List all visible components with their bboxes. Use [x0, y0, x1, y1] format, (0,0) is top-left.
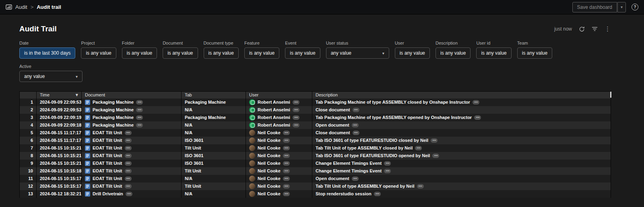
user-name[interactable]: Neil Cooke — [258, 130, 281, 135]
ellipsis-button[interactable]: ⋯ — [283, 146, 290, 150]
document-name[interactable]: Packaging Machine — [93, 107, 134, 112]
header-time[interactable]: Time ▼ — [37, 92, 82, 98]
document-name[interactable]: EOAT Tilt Unit — [93, 146, 122, 150]
document-name[interactable]: EOAT Tilt Unit — [93, 176, 122, 181]
ellipsis-button[interactable]: ⋯ — [125, 138, 132, 143]
user-name[interactable]: Neil Cooke — [258, 184, 281, 189]
ellipsis-button[interactable]: ⋯ — [293, 100, 299, 105]
document-name[interactable]: Packaging Machine — [93, 123, 134, 127]
ellipsis-button[interactable]: ⋯ — [283, 154, 290, 158]
ellipsis-button[interactable]: ⋯ — [283, 169, 290, 173]
table-row[interactable]: 3 2024-09-09 22:09:19 Packaging Machine … — [20, 114, 611, 121]
ellipsis-button[interactable]: ⋯ — [293, 108, 299, 112]
document-name[interactable]: EOAT Tilt Unit — [93, 130, 122, 135]
user-name[interactable]: Neil Cooke — [258, 161, 281, 166]
filter-feature[interactable]: is any value — [244, 47, 279, 59]
ellipsis-button[interactable]: ⋯ — [352, 176, 359, 181]
filter-date[interactable]: is in the last 300 days — [19, 47, 75, 59]
ellipsis-button[interactable]: ⋯ — [293, 123, 299, 127]
filter-user-id[interactable]: is any value — [476, 47, 511, 59]
filter-toggle-icon[interactable] — [592, 26, 598, 32]
user-name[interactable]: Neil Cooke — [258, 191, 281, 196]
help-icon[interactable]: ? — [632, 4, 638, 10]
table-row[interactable]: 2 2024-09-09 22:09:53 Packaging Machine … — [20, 106, 611, 114]
ellipsis-button[interactable]: ⋯ — [283, 161, 290, 166]
ellipsis-button[interactable]: ⋯ — [125, 176, 132, 181]
table-row[interactable]: 13 2024-08-12 18:32:21 Drill Drivetrain … — [20, 190, 611, 198]
ellipsis-button[interactable]: ⋯ — [431, 138, 438, 143]
ellipsis-button[interactable]: ⋯ — [283, 184, 290, 189]
ellipsis-button[interactable]: ⋯ — [125, 169, 132, 173]
table-row[interactable]: 11 2024-08-15 10:15:17 EOAT Tilt Unit ⋯ … — [20, 175, 611, 182]
refresh-icon[interactable] — [579, 26, 585, 32]
user-name[interactable]: Neil Cooke — [258, 138, 281, 143]
user-name[interactable]: Neil Cooke — [258, 146, 281, 150]
document-name[interactable]: Packaging Machine — [93, 115, 134, 120]
filter-document[interactable]: is any value — [163, 47, 198, 59]
ellipsis-button[interactable]: ⋯ — [136, 115, 143, 120]
ellipsis-button[interactable]: ⋯ — [353, 108, 359, 112]
user-name[interactable]: Neil Cooke — [258, 176, 281, 181]
ellipsis-button[interactable]: ⋯ — [473, 100, 479, 105]
vertical-scrollbar[interactable] — [610, 92, 611, 98]
ellipsis-button[interactable]: ⋯ — [374, 192, 381, 196]
filter-event[interactable]: is any value — [285, 47, 320, 59]
filter-user-status[interactable]: any value ▾ — [326, 47, 389, 59]
ellipsis-button[interactable]: ⋯ — [384, 169, 391, 173]
table-row[interactable]: 8 2024-08-15 10:15:21 EOAT Tilt Unit ⋯ I… — [20, 152, 611, 160]
filter-team[interactable]: is any value — [517, 47, 552, 59]
document-name[interactable]: EOAT Tilt Unit — [93, 168, 122, 173]
ellipsis-button[interactable]: ⋯ — [136, 100, 143, 105]
table-row[interactable]: 6 2024-08-15 11:17:17 EOAT Tilt Unit ⋯ I… — [20, 137, 611, 144]
document-name[interactable]: Drill Drivetrain — [93, 191, 123, 196]
user-name[interactable]: Neil Cooke — [258, 153, 281, 158]
header-tab[interactable]: Tab — [182, 92, 246, 98]
ellipsis-button[interactable]: ⋯ — [125, 146, 132, 150]
user-name[interactable]: Neil Cooke — [258, 168, 281, 173]
document-name[interactable]: EOAT Tilt Unit — [93, 184, 122, 189]
document-name[interactable]: EOAT Tilt Unit — [93, 153, 122, 158]
table-row[interactable]: 4 2024-09-09 22:09:18 Packaging Machine … — [20, 121, 611, 129]
filter-document-type[interactable]: is any value — [204, 47, 239, 59]
ellipsis-button[interactable]: ⋯ — [353, 131, 359, 135]
user-name[interactable]: Robert Anselmi — [258, 100, 290, 105]
user-name[interactable]: Robert Anselmi — [258, 123, 290, 127]
document-name[interactable]: EOAT Tilt Unit — [93, 161, 122, 166]
table-row[interactable]: 10 2024-08-15 10:15:18 EOAT Tilt Unit ⋯ … — [20, 167, 611, 175]
user-name[interactable]: Robert Anselmi — [258, 107, 290, 112]
ellipsis-button[interactable]: ⋯ — [283, 131, 290, 135]
ellipsis-button[interactable]: ⋯ — [283, 176, 290, 181]
ellipsis-button[interactable]: ⋯ — [283, 138, 290, 143]
ellipsis-button[interactable]: ⋯ — [432, 154, 439, 158]
document-name[interactable]: EOAT Tilt Unit — [93, 138, 122, 143]
ellipsis-button[interactable]: ⋯ — [293, 115, 299, 120]
ellipsis-button[interactable]: ⋯ — [125, 184, 132, 189]
ellipsis-button[interactable]: ⋯ — [283, 192, 290, 196]
breadcrumb-audit[interactable]: Audit — [15, 4, 27, 10]
table-row[interactable]: 9 2024-08-15 10:15:21 EOAT Tilt Unit ⋯ I… — [20, 160, 611, 167]
filter-active[interactable]: any value ▾ — [19, 71, 83, 82]
ellipsis-button[interactable]: ⋯ — [136, 108, 143, 112]
table-row[interactable]: 7 2024-08-15 10:15:21 EOAT Tilt Unit ⋯ T… — [20, 144, 611, 152]
ellipsis-button[interactable]: ⋯ — [474, 115, 481, 120]
table-row[interactable]: 1 2024-09-09 22:09:53 Packaging Machine … — [20, 98, 611, 106]
kebab-menu-icon[interactable]: ⋮ — [605, 25, 611, 33]
save-dashboard-caret-button[interactable]: ▾ — [617, 2, 626, 12]
header-description[interactable]: Description — [312, 92, 611, 98]
ellipsis-button[interactable]: ⋯ — [125, 161, 132, 166]
ellipsis-button[interactable]: ⋯ — [384, 161, 391, 166]
ellipsis-button[interactable]: ⋯ — [352, 123, 359, 127]
ellipsis-button[interactable]: ⋯ — [417, 184, 424, 189]
header-document[interactable]: Document — [82, 92, 182, 98]
ellipsis-button[interactable]: ⋯ — [125, 131, 132, 135]
ellipsis-button[interactable]: ⋯ — [136, 123, 143, 127]
document-name[interactable]: Packaging Machine — [93, 100, 134, 105]
filter-project[interactable]: is any value — [81, 47, 116, 59]
save-dashboard-button[interactable]: Save dashboard — [572, 2, 617, 12]
user-name[interactable]: Robert Anselmi — [258, 115, 290, 120]
filter-folder[interactable]: is any value — [122, 47, 157, 59]
sort-descending-icon[interactable]: ▼ — [76, 93, 78, 97]
header-user[interactable]: User — [246, 92, 312, 98]
filter-user[interactable]: is any value — [395, 47, 430, 59]
ellipsis-button[interactable]: ⋯ — [125, 154, 132, 158]
